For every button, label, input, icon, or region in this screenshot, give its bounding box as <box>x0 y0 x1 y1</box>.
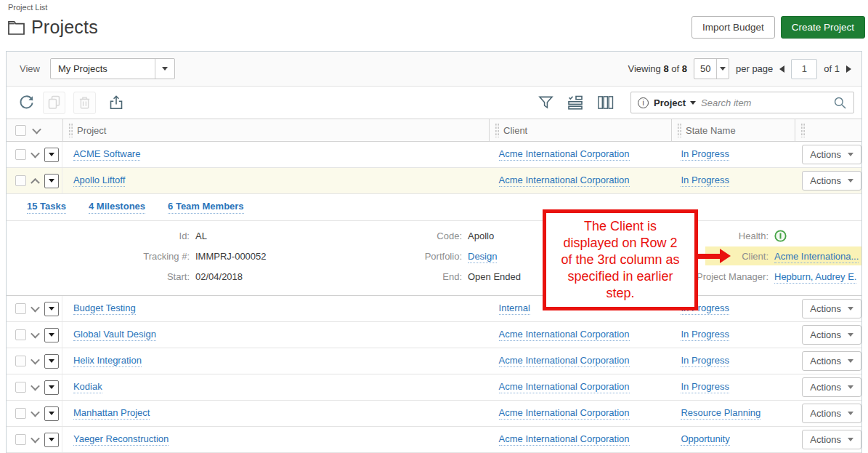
state-link[interactable]: In Progress <box>681 381 729 393</box>
page-title: Projects <box>31 17 98 38</box>
export-button[interactable] <box>108 95 124 111</box>
client-link[interactable]: Acme International Corporation <box>499 381 630 393</box>
breadcrumb[interactable]: Project List <box>7 3 865 12</box>
row-menu-button[interactable] <box>44 380 59 395</box>
expand-chevron-icon[interactable] <box>31 329 40 339</box>
tasks-link[interactable]: 15 Tasks <box>27 201 66 214</box>
client-link[interactable]: Acme International Corporation <box>499 433 630 446</box>
expand-chevron-icon[interactable] <box>31 408 40 417</box>
search-icon[interactable] <box>833 96 847 110</box>
state-link[interactable]: In Progress <box>681 175 729 187</box>
health-status-green-icon[interactable] <box>774 230 787 242</box>
row-checkbox[interactable] <box>15 175 26 186</box>
row-menu-button[interactable] <box>44 406 59 421</box>
client-link[interactable]: Internal <box>499 302 530 315</box>
end-value: Open Ended <box>468 271 521 282</box>
project-link[interactable]: Budget Testing <box>73 302 136 315</box>
expand-chevron-icon[interactable] <box>31 382 40 391</box>
project-link[interactable]: Global Vault Design <box>73 329 156 341</box>
view-select[interactable]: My Projects <box>50 58 175 79</box>
portfolio-link[interactable]: Design <box>468 251 497 263</box>
project-link[interactable]: Kodiak <box>73 381 102 393</box>
client-link[interactable]: Acme International Corporation <box>499 355 630 367</box>
project-link[interactable]: Manhattan Project <box>73 407 150 420</box>
expand-chevron-icon[interactable] <box>31 356 40 365</box>
row-checkbox[interactable] <box>15 149 26 160</box>
client-link[interactable]: Acme International Corporation <box>499 175 630 187</box>
chevron-down-icon[interactable] <box>716 59 729 79</box>
previous-page-button[interactable] <box>779 65 784 73</box>
info-icon[interactable]: i <box>638 97 649 108</box>
expand-chevron-icon[interactable] <box>31 434 40 444</box>
actions-button[interactable]: Actions <box>802 325 861 345</box>
expand-chevron-icon[interactable] <box>31 149 40 159</box>
actions-button[interactable]: Actions <box>802 377 861 397</box>
row-checkbox[interactable] <box>15 382 26 393</box>
actions-button[interactable]: Actions <box>802 430 861 449</box>
column-drag-handle[interactable] <box>68 123 73 137</box>
saved-filters-button[interactable] <box>567 95 583 110</box>
milestones-link[interactable]: 4 Milestones <box>89 201 145 214</box>
project-link[interactable]: Yaeger Reconstruction <box>73 433 169 446</box>
state-link[interactable]: Opportunity <box>681 433 729 446</box>
row-menu-button[interactable] <box>44 174 59 188</box>
search-scope-dropdown[interactable]: Project <box>654 97 696 108</box>
portfolio-label: Portfolio: <box>312 251 462 262</box>
row-menu-button[interactable] <box>44 148 59 162</box>
filter-button[interactable] <box>538 95 553 110</box>
row-menu-button[interactable] <box>44 433 59 447</box>
row-checkbox[interactable] <box>15 329 26 340</box>
row-menu-button[interactable] <box>44 302 59 316</box>
state-link[interactable]: In Progress <box>681 329 729 341</box>
project-manager-link[interactable]: Hepburn, Audrey E. <box>774 271 856 284</box>
row-menu-button[interactable] <box>44 354 59 369</box>
state-link[interactable]: In Progress <box>681 355 729 367</box>
row-menu-button[interactable] <box>44 328 59 342</box>
chevron-down-icon[interactable] <box>32 124 41 134</box>
select-all-checkbox[interactable] <box>15 125 26 136</box>
row-checkbox[interactable] <box>15 434 26 445</box>
refresh-button[interactable] <box>18 95 35 111</box>
state-link[interactable]: Resource Planning <box>681 407 760 420</box>
trash-icon <box>78 95 92 110</box>
page-number-input[interactable] <box>791 59 817 79</box>
row-checkbox[interactable] <box>15 408 26 419</box>
id-label: Id: <box>7 230 190 241</box>
collapse-chevron-icon[interactable] <box>31 178 40 188</box>
columns-button[interactable] <box>597 95 614 110</box>
row-checkbox[interactable] <box>15 303 26 314</box>
column-header-client[interactable]: Client <box>489 119 671 141</box>
column-header-state-name[interactable]: State Name <box>671 119 795 141</box>
search-input[interactable] <box>701 97 828 108</box>
actions-button[interactable]: Actions <box>802 351 861 371</box>
project-link[interactable]: Helix Integration <box>73 355 142 367</box>
actions-button[interactable]: Actions <box>802 171 861 191</box>
project-list-panel: View My Projects Viewing 8 of 8 50 per p… <box>6 51 862 453</box>
project-link[interactable]: Apollo Liftoff <box>73 175 125 187</box>
client-detail-link[interactable]: Acme Internationa... <box>774 251 859 263</box>
client-link[interactable]: Acme International Corporation <box>499 407 630 420</box>
actions-button[interactable]: Actions <box>802 145 861 164</box>
team-members-link[interactable]: 6 Team Members <box>168 201 244 214</box>
import-budget-button[interactable]: Import Budget <box>691 16 775 39</box>
next-page-button[interactable] <box>846 65 851 73</box>
row-checkbox[interactable] <box>15 356 26 366</box>
chevron-down-icon[interactable] <box>155 59 174 79</box>
refresh-icon <box>18 95 35 111</box>
column-drag-handle[interactable] <box>495 123 499 137</box>
actions-button[interactable]: Actions <box>802 299 861 318</box>
state-link[interactable]: In Progress <box>681 148 729 161</box>
table-row: Global Vault Design Acme International C… <box>7 322 861 348</box>
column-drag-handle[interactable] <box>800 123 805 137</box>
column-drag-handle[interactable] <box>677 123 681 137</box>
delete-button <box>73 92 96 114</box>
create-project-button[interactable]: Create Project <box>781 16 865 39</box>
end-label: End: <box>312 271 462 282</box>
column-header-project[interactable]: Project <box>62 119 489 141</box>
client-link[interactable]: Acme International Corporation <box>499 329 630 341</box>
project-link[interactable]: ACME Software <box>73 148 140 161</box>
page-size-select[interactable]: 50 <box>694 58 729 79</box>
client-link[interactable]: Acme International Corporation <box>499 148 630 161</box>
expand-chevron-icon[interactable] <box>31 303 40 313</box>
actions-button[interactable]: Actions <box>802 404 861 423</box>
